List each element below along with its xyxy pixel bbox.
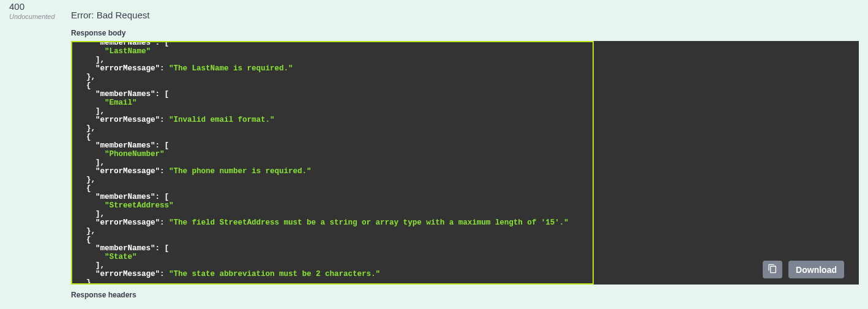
response-body-code: "memberNames": [ "LastName" ], "errorMes… — [71, 41, 859, 285]
response-body-label: Response body — [71, 29, 859, 37]
copy-button[interactable] — [763, 261, 782, 278]
download-button[interactable]: Download — [788, 261, 844, 278]
response-body-panel: "memberNames": [ "LastName" ], "errorMes… — [71, 41, 859, 285]
status-subtext: Undocumented — [9, 13, 62, 20]
clipboard-icon — [768, 264, 777, 275]
error-title: Error: Bad Request — [71, 10, 859, 20]
status-code: 400 — [9, 1, 62, 12]
code-scroll-area[interactable]: "memberNames": [ "LastName" ], "errorMes… — [71, 41, 859, 285]
response-headers-label: Response headers — [71, 291, 859, 299]
